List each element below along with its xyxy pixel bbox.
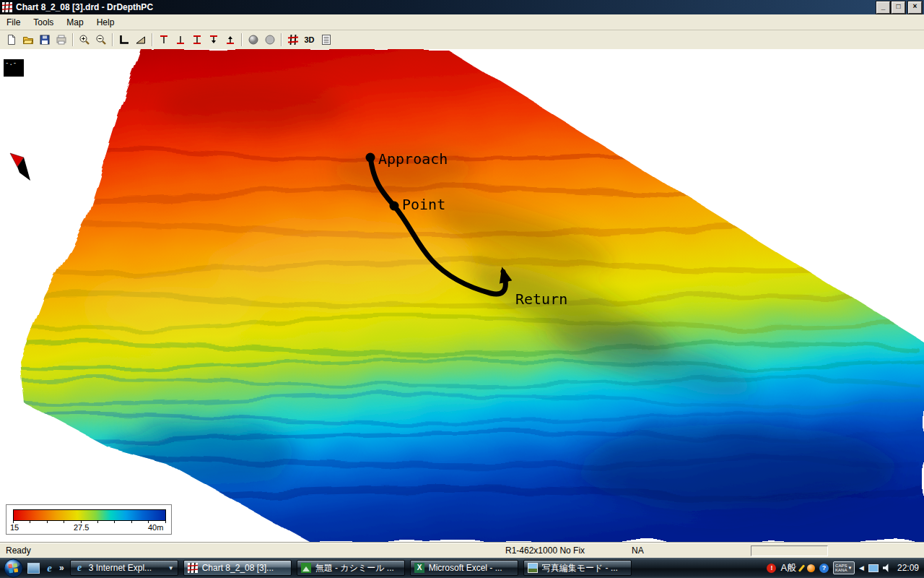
minimize-button[interactable]: _ [876, 1, 890, 14]
app-icon [2, 2, 12, 12]
taskbar-button-internet-explorer[interactable]: e 3 Internet Expl... ▼ [70, 560, 178, 576]
system-tray: ! A般 ? CAPS KANA ▼ ◀ 22:09 [767, 561, 924, 574]
zoom-in-button[interactable] [76, 32, 92, 48]
taskbar-clock[interactable]: 22:09 [897, 563, 919, 573]
display-settings-icon[interactable] [868, 564, 879, 572]
menu-tools[interactable]: Tools [27, 16, 60, 29]
map-overlay-marker: -.- [4, 59, 24, 77]
sphere-shaded-button[interactable] [245, 32, 261, 48]
depth-beam-button[interactable] [188, 32, 205, 48]
tray-app-icon[interactable] [807, 564, 815, 572]
taskbar-button-label: Chart 8_2_08 [3]... [202, 563, 287, 573]
new-document-button[interactable] [3, 32, 19, 48]
save-button[interactable] [36, 32, 53, 48]
view-3d-label: 3D [304, 35, 314, 44]
start-button[interactable] [4, 558, 23, 578]
taskbar-button-drdepth[interactable]: Chart 8_2_08 [3]... [183, 560, 292, 576]
open-file-button[interactable] [19, 32, 36, 48]
taskbar-button-photo-editor[interactable]: 写真編集モード - ... [523, 560, 632, 576]
title-bar[interactable]: Chart 8_2_08 [3].drd - DrDepthPC _ □ × [0, 0, 924, 14]
depth-min-label: 15 [10, 523, 19, 532]
taskbar-button-label: 無題 - カシミール ... [315, 562, 401, 574]
internet-explorer-quick-icon[interactable]: e [44, 563, 55, 574]
transducer-bottom-button[interactable] [172, 32, 188, 48]
map-viewport[interactable]: -.- Approach Point Return 15 27.5 40m [0, 49, 924, 542]
taskbar: e » e 3 Internet Expl... ▼ Chart 8_2_08 … [0, 558, 924, 578]
ime-mode-indicator[interactable]: A般 [780, 561, 796, 574]
taskbar-button-label: Microsoft Excel - ... [429, 563, 514, 573]
approach-marker [366, 153, 375, 163]
help-icon[interactable]: ? [819, 564, 829, 573]
report-list-button[interactable] [318, 32, 334, 48]
ruler-corner-button[interactable] [116, 32, 132, 48]
toolbar-separator [281, 33, 282, 46]
view-3d-button[interactable]: 3D [301, 32, 318, 48]
print-button[interactable] [53, 32, 69, 48]
menu-bar: File Tools Map Help [0, 14, 924, 30]
depth-max-label: 40m [148, 523, 163, 532]
depth-legend: 15 27.5 40m [6, 504, 172, 535]
offset-down-button[interactable] [205, 32, 222, 48]
close-button[interactable]: × [908, 1, 922, 14]
chevron-down-icon: ▼ [847, 566, 852, 570]
slope-profile-button[interactable] [132, 32, 149, 48]
volume-icon[interactable] [883, 564, 892, 572]
annotation-approach: Approach [378, 150, 448, 168]
quick-launch: e » [27, 563, 64, 574]
toolbar-separator [112, 33, 113, 46]
grid-chart-button[interactable] [284, 32, 301, 48]
tray-collapse-icon[interactable]: ◀ [859, 564, 864, 571]
taskbar-button-label: 写真編集モード - ... [542, 562, 627, 574]
point-marker [390, 202, 399, 211]
taskbar-button-kashmir[interactable]: 無題 - カシミール ... [297, 560, 405, 576]
zoom-out-button[interactable] [92, 32, 109, 48]
toolbar-separator [152, 33, 152, 46]
sphere-flat-button[interactable] [261, 32, 278, 48]
transducer-top-button[interactable] [155, 32, 172, 48]
excel-icon: X [414, 563, 425, 574]
maximize-button[interactable]: □ [892, 1, 905, 14]
menu-help[interactable]: Help [90, 16, 121, 29]
chevron-down-icon: ▼ [168, 565, 174, 571]
compass-icon [10, 153, 30, 181]
taskbar-button-label: 3 Internet Expl... [89, 563, 165, 573]
toolbar-separator [241, 33, 242, 46]
status-ready: Ready [6, 545, 31, 556]
annotation-return: Return [515, 290, 567, 308]
internet-explorer-icon: e [74, 563, 85, 574]
kashmir-icon [301, 563, 312, 574]
menu-map[interactable]: Map [60, 16, 90, 29]
notification-icon[interactable]: ! [767, 564, 776, 573]
depth-legend-ticks [13, 520, 166, 523]
status-fix: NA [632, 545, 644, 556]
quick-launch-overflow-chevron[interactable]: » [59, 563, 64, 573]
depth-gradient-bar [13, 509, 166, 521]
toolbar-separator [72, 33, 73, 46]
ime-toolbar[interactable]: CAPS KANA ▼ [833, 561, 855, 574]
show-desktop-icon[interactable] [27, 563, 40, 574]
drdepth-icon [188, 563, 199, 574]
status-record-info: R1-462x1000 No Fix [505, 545, 585, 556]
toolbar: 3D [0, 30, 924, 50]
kana-indicator: KANA [835, 568, 847, 572]
photo-editor-icon [528, 563, 539, 574]
annotation-point: Point [402, 196, 445, 213]
status-progress-panel [751, 545, 828, 556]
window-title: Chart 8_2_08 [3].drd - DrDepthPC [16, 2, 875, 12]
menu-file[interactable]: File [0, 16, 27, 29]
bathymetry-map[interactable] [0, 49, 924, 542]
pen-tool-icon[interactable] [798, 564, 805, 571]
drdepth-window: Chart 8_2_08 [3].drd - DrDepthPC _ □ × F… [0, 0, 924, 578]
offset-up-button[interactable] [222, 32, 238, 48]
status-bar: Ready R1-462x1000 No Fix NA [0, 542, 924, 558]
taskbar-button-excel[interactable]: X Microsoft Excel - ... [410, 560, 518, 576]
depth-mid-label: 27.5 [74, 523, 89, 532]
